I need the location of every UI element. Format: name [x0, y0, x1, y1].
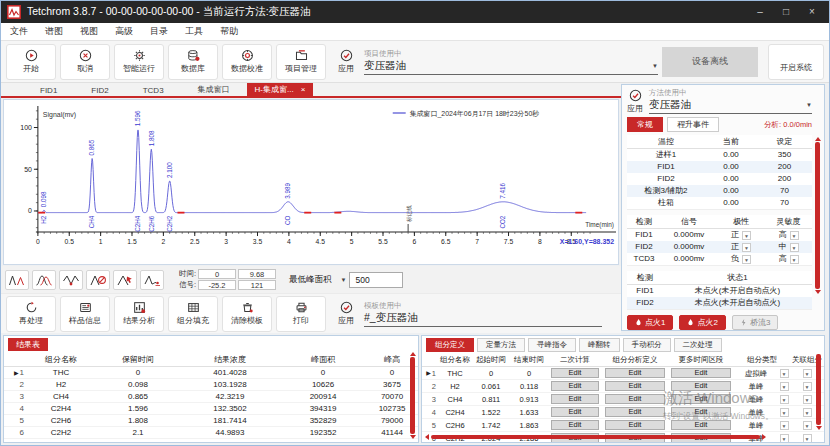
linked-component-dropdown[interactable]: ▼ [803, 408, 812, 417]
close-button[interactable]: × [801, 2, 823, 22]
sensitivity-dropdown[interactable]: ▼ [790, 243, 799, 252]
peak-tail-tool-button[interactable] [140, 270, 164, 290]
edit-button[interactable]: Edit [605, 407, 665, 417]
result-analysis-button[interactable]: 结果分析 [114, 296, 164, 332]
component-type-dropdown[interactable]: ▼ [780, 395, 789, 404]
clear-template-button[interactable]: 清除模板 [222, 296, 272, 332]
chevron-down-icon[interactable]: ▼ [341, 277, 347, 283]
linked-component-dropdown[interactable]: ▼ [803, 382, 812, 391]
edit-button[interactable]: Edit [551, 420, 599, 430]
edit-button[interactable]: Edit [671, 420, 731, 430]
temperature-row[interactable]: 柱箱0.0070 [627, 197, 812, 209]
tab-h-integration-active[interactable]: H-集成窗...× [247, 83, 314, 96]
tab-general[interactable]: 常规 [627, 117, 663, 132]
menu-item-2[interactable]: 谱图 [45, 25, 63, 38]
apply-method-button[interactable]: 应用 [627, 89, 643, 114]
edit-button[interactable]: Edit [551, 381, 599, 391]
peak-exclude-tool-button[interactable] [86, 270, 110, 290]
temperature-row[interactable]: FID20.00200 [627, 173, 812, 185]
peak-pair-tool-button[interactable] [5, 270, 29, 290]
sample-info-button[interactable]: 样品信息 [60, 296, 110, 332]
time-to-input[interactable]: 9.68 [238, 269, 276, 279]
chevron-down-icon[interactable]: ▼ [806, 102, 812, 108]
menu-item-1[interactable]: 文件 [10, 25, 28, 38]
polarity-dropdown[interactable]: ▼ [742, 255, 751, 264]
minimize-button[interactable]: – [749, 2, 771, 22]
detector-status-row[interactable]: FID1未点火(未开启自动点火) [627, 285, 812, 297]
tab-component-definition-active[interactable]: 组分定义 [426, 338, 474, 352]
menu-item-3[interactable]: 视图 [80, 25, 98, 38]
polarity-dropdown[interactable]: ▼ [742, 231, 751, 240]
device-offline-button[interactable]: 设备离线 [662, 47, 758, 77]
min-area-input[interactable]: 500 [349, 272, 403, 288]
component-row[interactable]: 5C2H61.7421.863EditEditEdit单峰▼▼ [422, 419, 824, 432]
results-table-row[interactable]: 3CH40.86542.321920091470070 [4, 391, 418, 403]
component-type-dropdown[interactable]: ▼ [780, 382, 789, 391]
menu-item-5[interactable]: 目录 [150, 25, 168, 38]
tab-fid1[interactable]: FID1 [23, 85, 74, 96]
chromatogram-panel[interactable]: 05010000.511.522.533.544.555.566.577.588… [3, 99, 619, 265]
menu-item-6[interactable]: 工具 [185, 25, 203, 38]
tab-components[interactable]: 寻峰指令 [528, 338, 576, 352]
component-type-dropdown[interactable]: ▼ [780, 369, 789, 378]
results-table-row[interactable]: 2H20.098103.1928106263675 [4, 379, 418, 391]
project-manage-button[interactable]: 项目管理 [276, 44, 326, 80]
results-table-row[interactable]: 7CO3.989132.78179695310994 [4, 439, 418, 443]
results-table-row[interactable]: ▶1THC0401.402800 [4, 367, 418, 379]
sensitivity-dropdown[interactable]: ▼ [790, 255, 799, 264]
linked-component-dropdown[interactable]: ▼ [803, 421, 812, 430]
results-table-row[interactable]: 4C2H41.596132.3502394319102735 [4, 403, 418, 415]
results-table-row[interactable]: 6C2H22.144.989319235241144 [4, 427, 418, 439]
temperature-row[interactable]: FID10.00200 [627, 161, 812, 173]
template-select[interactable]: 模板使用中 #_变压器油 [364, 301, 602, 327]
components-vertical-scrollbar[interactable] [814, 354, 823, 430]
edit-button[interactable]: Edit [605, 394, 665, 404]
component-row[interactable]: 2H20.0610.118EditEditEdit单峰▼▼ [422, 380, 824, 393]
print-button[interactable]: 打印 [276, 296, 326, 332]
tab-tcd3[interactable]: TCD3 [126, 85, 181, 96]
tab-components[interactable]: 二次处理 [674, 338, 722, 352]
detector-row[interactable]: TCD30.000mv 负▼ 高▼ [627, 253, 812, 265]
component-row[interactable]: 4C2H41.5221.633EditEditEdit单峰▼▼ [422, 406, 824, 419]
linked-component-dropdown[interactable]: ▼ [803, 369, 812, 378]
ignite1-button[interactable]: 点火1 [627, 315, 673, 330]
tab-components[interactable]: 手动积分 [623, 338, 671, 352]
chevron-down-icon[interactable]: ▼ [652, 63, 658, 69]
polarity-dropdown[interactable]: ▼ [742, 243, 751, 252]
tab-components[interactable]: 定量方法 [477, 338, 525, 352]
menu-item-4[interactable]: 高级 [115, 25, 133, 38]
reprocess-button[interactable]: 再处理 [6, 296, 56, 332]
edit-button[interactable]: Edit [605, 420, 665, 430]
database-button[interactable]: 数据库 [168, 44, 218, 80]
menu-item-7[interactable]: 帮助 [220, 25, 238, 38]
method-select[interactable]: 方法使用中 变压器油▼ [649, 88, 812, 114]
tab--[interactable]: 集成窗口 [181, 83, 247, 96]
peak-pick-tool-button[interactable] [113, 270, 137, 290]
sensitivity-dropdown[interactable]: ▼ [790, 231, 799, 240]
maximize-button[interactable]: □ [775, 2, 797, 22]
components-horizontal-scrollbar[interactable] [425, 433, 808, 441]
temperature-row[interactable]: 检测3/辅助20.0070 [627, 185, 812, 197]
start-button[interactable]: 开始 [6, 44, 56, 80]
calibration-button[interactable]: 数据校准 [222, 44, 272, 80]
results-table-tab[interactable]: 结果表 [8, 338, 48, 351]
detector-row[interactable]: FID10.000mv 正▼ 高▼ [627, 229, 812, 241]
edit-button[interactable]: Edit [671, 381, 731, 391]
edit-button[interactable]: Edit [605, 368, 665, 378]
tab-ramp-events[interactable]: 程升事件 [667, 117, 719, 132]
edit-button[interactable]: Edit [551, 394, 599, 404]
tab-components[interactable]: 峰翻转 [579, 338, 620, 352]
linked-component-dropdown[interactable]: ▼ [803, 395, 812, 404]
signal-to-input[interactable]: 121 [238, 280, 276, 290]
temperature-row[interactable]: 进样10.00350 [627, 149, 812, 161]
time-from-input[interactable]: 0 [198, 269, 236, 279]
edit-button[interactable]: Edit [551, 368, 599, 378]
peak-overlap-tool-button[interactable] [32, 270, 56, 290]
peak-valley-tool-button[interactable] [59, 270, 83, 290]
component-type-dropdown[interactable]: ▼ [780, 421, 789, 430]
detector-row[interactable]: FID20.000mv 正▼ 中▼ [627, 241, 812, 253]
edit-button[interactable]: Edit [671, 407, 731, 417]
component-row[interactable]: 3CH40.8110.913EditEditEdit单峰▼▼ [422, 393, 824, 406]
apply-template-button[interactable]: 应用 [338, 301, 354, 326]
component-row[interactable]: ▶1THC00EditEditEdit虚拟峰▼▼ [422, 367, 824, 380]
